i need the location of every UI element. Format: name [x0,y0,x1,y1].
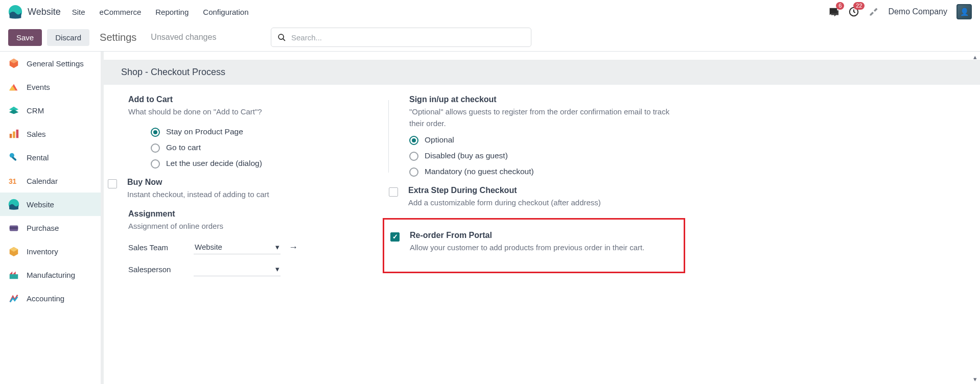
calendar-icon: 31 [8,175,19,186]
radio-disabled[interactable]: Disabled (buy as guest) [409,151,675,161]
reorder-highlight: Re-order From Portal Allow your customer… [383,218,685,274]
section-header: Shop - Checkout Process [104,60,980,85]
sidebar-item-label: Accounting [27,294,64,303]
save-button[interactable]: Save [8,29,42,46]
svg-rect-9 [12,156,17,161]
sidebar-item-label: Rental [27,153,49,162]
menu-ecommerce[interactable]: eCommerce [100,8,142,16]
reorder-title: Re-order From Portal [410,231,673,240]
settings-col-left: Add to Cart What should be done on "Add … [128,95,404,285]
crm-icon [8,105,19,116]
svg-rect-5 [10,134,12,138]
sidebar-item-inventory[interactable]: Inventory [0,239,101,263]
radio-icon [151,128,160,137]
sidebar-item-label: Manufacturing [27,271,75,279]
nav-right: 6 22 Demo Company 👤 [828,4,972,19]
radio-mandatory[interactable]: Mandatory (no guest checkout) [409,167,675,177]
company-name[interactable]: Demo Company [888,7,947,16]
svg-rect-7 [16,130,19,138]
select-value: Website [195,243,222,251]
radio-icon [409,136,418,145]
svg-marker-18 [13,272,16,275]
settings-content[interactable]: ▴ Shop - Checkout Process Add to Cart Wh… [104,52,980,384]
signin-desc: "Optional" allows guests to register fro… [409,106,675,129]
svg-rect-13 [10,227,18,229]
radio-stay-on-product[interactable]: Stay on Product Page [151,127,378,137]
menu-reporting[interactable]: Reporting [155,8,189,16]
scroll-up-icon[interactable]: ▴ [971,53,979,61]
radio-label: Mandatory (no guest checkout) [425,167,534,176]
sidebar-item-label: Website [27,200,54,209]
sidebar-item-rental[interactable]: Rental [0,146,101,169]
buynow-desc: Instant checkout, instead of adding to c… [127,189,394,201]
page-title: Settings [100,32,136,43]
manufacturing-icon [8,269,19,280]
messages-button[interactable]: 6 [828,6,839,17]
radio-go-to-cart[interactable]: Go to cart [151,143,378,153]
sidebar-item-manufacturing[interactable]: Manufacturing [0,263,101,286]
sidebar-item-label: Calendar [27,177,58,185]
buy-now-checkbox[interactable] [108,179,117,188]
tools-icon[interactable] [869,7,879,17]
extrastep-desc: Add a customizable form during checkout … [408,197,675,209]
sales-icon [8,128,19,139]
sidebar-item-label: General Settings [27,59,84,68]
brand[interactable]: Website [8,5,61,19]
sidebar-item-general-settings[interactable]: General Settings [0,52,101,75]
radio-icon [409,167,418,177]
buynow-title: Buy Now [127,178,394,187]
purchase-icon [8,222,19,233]
search-input[interactable] [291,33,525,42]
search-box[interactable] [271,28,531,47]
settings-sidebar: General Settings Events CRM Sales Rental [0,52,104,384]
radio-icon [409,152,418,161]
sales-team-select[interactable]: Website ▾ [194,241,281,254]
radio-label: Let the user decide (dialog) [166,159,262,168]
activities-button[interactable]: 22 [848,6,859,17]
gear-hex-icon [8,58,19,69]
top-menu: Site eCommerce Reporting Configuration [72,8,249,16]
sidebar-item-label: Events [27,83,50,91]
sidebar-item-crm[interactable]: CRM [0,99,101,122]
search-icon [277,33,286,42]
sidebar-item-website[interactable]: Website [0,193,101,216]
app-logo-icon [8,5,22,19]
reorder-checkbox[interactable] [390,232,400,242]
control-bar: Save Discard Settings Unsaved changes [0,23,980,51]
settings-col-right: Sign in/up at checkout "Optional" allows… [409,95,685,285]
radio-optional[interactable]: Optional [409,135,675,145]
svg-rect-16 [10,274,18,279]
radio-label: Stay on Product Page [166,127,243,136]
sidebar-item-label: Purchase [27,224,59,232]
addtocart-title: Add to Cart [128,95,378,104]
inventory-icon [8,246,19,257]
menu-configuration[interactable]: Configuration [203,8,248,16]
salesperson-select[interactable]: ▾ [194,262,281,276]
activities-badge: 22 [853,2,865,10]
sidebar-item-sales[interactable]: Sales [0,122,101,146]
external-link-icon[interactable]: → [289,242,298,253]
vertical-divider [388,100,389,173]
sales-team-label: Sales Team [128,243,189,252]
svg-rect-6 [13,131,15,138]
radio-icon [151,159,160,169]
menu-site[interactable]: Site [72,8,85,16]
radio-label: Disabled (buy as guest) [425,151,508,160]
extra-step-checkbox[interactable] [389,187,398,197]
accounting-icon [8,293,19,304]
sidebar-item-events[interactable]: Events [0,75,101,99]
addtocart-desc: What should be done on "Add to Cart"? [128,106,378,118]
sidebar-item-label: Sales [27,130,46,138]
unsaved-status: Unsaved changes [151,33,216,42]
sidebar-item-calendar[interactable]: 31 Calendar [0,169,101,193]
sidebar-item-purchase[interactable]: Purchase [0,216,101,239]
salesperson-label: Salesperson [128,265,189,274]
svg-marker-17 [10,272,13,275]
scroll-down-icon[interactable]: ▾ [971,375,979,383]
radio-user-decide[interactable]: Let the user decide (dialog) [151,159,378,169]
sidebar-item-accounting[interactable]: Accounting [0,286,101,310]
chevron-down-icon: ▾ [275,265,279,274]
radio-label: Go to cart [166,143,201,152]
discard-button[interactable]: Discard [47,29,89,46]
avatar[interactable]: 👤 [956,4,972,19]
